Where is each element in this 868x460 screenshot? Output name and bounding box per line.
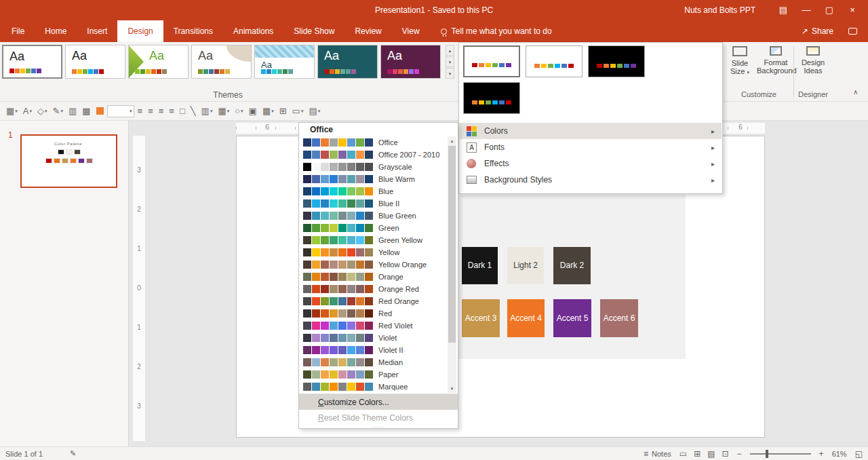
palette-option-orange[interactable]: Orange — [299, 271, 447, 283]
theme-thumbnail-3[interactable]: Aa — [128, 45, 189, 79]
tab-view[interactable]: View — [392, 20, 430, 42]
chart-edit-button[interactable]: ▥▾ — [199, 105, 215, 117]
palette-option-office-2007-2010[interactable]: Office 2007 - 2010 — [299, 149, 447, 161]
comments-icon[interactable] — [848, 28, 857, 35]
palette-option-yellow[interactable]: Yellow — [299, 246, 447, 258]
tab-review[interactable]: Review — [344, 20, 391, 42]
scroll-up-icon[interactable]: ▴ — [448, 136, 456, 145]
pen-button[interactable]: ✎▾ — [51, 105, 65, 117]
bullets-button[interactable]: ≡ — [157, 105, 166, 117]
swatch-accent-5[interactable]: Accent 5 — [553, 299, 591, 337]
theme-thumbnail-6[interactable]: Aa — [317, 45, 378, 79]
notes-toggle-button[interactable]: ≡ Notes — [644, 449, 671, 459]
ribbon-display-options-button[interactable]: ▤ — [772, 0, 795, 20]
palette-option-blue-green[interactable]: Blue Green — [299, 210, 447, 222]
tab-animations[interactable]: Animations — [223, 20, 283, 42]
palette-option-paper[interactable]: Paper — [299, 368, 447, 381]
format-background-button[interactable]: Format Background — [757, 45, 795, 75]
swatch-accent-6[interactable]: Accent 6 — [600, 299, 638, 337]
theme-thumbnail-7[interactable]: Aa — [380, 45, 441, 79]
rectangle-button[interactable]: □ — [178, 105, 187, 117]
flyout-scrollbar[interactable]: ▴ ▾ — [448, 136, 456, 393]
variant-thumbnail-4[interactable] — [463, 82, 520, 114]
swatch-accent-3[interactable]: Accent 3 — [462, 299, 500, 337]
swatch-dark-1[interactable]: Dark 1 — [462, 247, 498, 284]
zoom-percentage[interactable]: 61% — [832, 450, 847, 458]
palette-option-violet[interactable]: Violet — [299, 332, 447, 344]
variants-menu-item-fonts[interactable]: AFonts▸ — [460, 139, 722, 155]
variants-menu-item-effects[interactable]: Effects▸ — [460, 155, 722, 172]
normal-view-icon[interactable]: ▭ — [679, 449, 687, 459]
variant-thumbnail-3[interactable] — [588, 45, 645, 77]
table-button[interactable]: ▦▾ — [260, 105, 276, 117]
variant-thumbnail-1[interactable] — [463, 45, 520, 77]
palette-option-marquee[interactable]: Marquee — [299, 381, 447, 393]
zoom-in-button[interactable]: + — [819, 449, 824, 459]
slide-sorter-icon[interactable]: ⊞ — [694, 449, 701, 459]
swatch-accent-4[interactable]: Accent 4 — [507, 299, 545, 337]
variants-menu-item-colors[interactable]: Colors▸ — [460, 123, 722, 139]
palette-option-median[interactable]: Median — [299, 356, 447, 368]
palette-option-office[interactable]: Office — [299, 136, 447, 149]
theme-thumbnail-4[interactable]: Aa — [191, 45, 252, 79]
maximize-button[interactable]: ▢ — [818, 0, 841, 20]
columns-button[interactable]: ▤▾ — [307, 105, 322, 117]
table-style-button[interactable]: ▦▾ — [216, 105, 231, 117]
share-button[interactable]: ↗ Share — [802, 26, 833, 36]
scrollbar-thumb[interactable] — [448, 146, 456, 343]
palette-option-green-yellow[interactable]: Green Yellow — [299, 234, 447, 246]
theme-thumbnail-5[interactable]: Aa — [254, 45, 315, 79]
palette-option-red-orange[interactable]: Red Orange — [299, 295, 447, 307]
tell-me-box[interactable]: Tell me what you want to do — [441, 20, 552, 42]
palette-option-blue-warm[interactable]: Blue Warm — [299, 173, 447, 185]
gallery-more-button[interactable]: ▾ — [446, 68, 454, 79]
palette-option-orange-red[interactable]: Orange Red — [299, 283, 447, 295]
numbering-button[interactable]: ≡ — [167, 105, 176, 117]
tab-design[interactable]: Design — [117, 20, 163, 42]
theme-colors-button[interactable]: ▩ — [80, 105, 92, 117]
swatch-dark-2[interactable]: Dark 2 — [553, 247, 591, 284]
zoom-slider[interactable] — [750, 453, 811, 455]
theme-thumbnail-2[interactable]: Aa — [65, 45, 125, 79]
select-table-button[interactable]: ▣ — [247, 105, 259, 117]
swatch-light-2[interactable]: Light 2 — [507, 247, 544, 284]
design-ideas-button[interactable]: Design Ideas — [796, 45, 830, 75]
collapse-ribbon-button[interactable]: ∧ — [853, 88, 858, 96]
shape-fill-button[interactable]: ◇▾ — [35, 105, 50, 117]
style-combobox[interactable]: ▾ — [107, 105, 134, 117]
font-color-button[interactable]: A▾ — [21, 105, 34, 117]
palette-option-blue-ii[interactable]: Blue II — [299, 197, 447, 210]
palette-option-violet-ii[interactable]: Violet II — [299, 344, 447, 356]
tab-insert[interactable]: Insert — [77, 20, 117, 42]
gallery-up-button[interactable]: ▴ — [446, 45, 454, 56]
tab-transitions[interactable]: Transitions — [163, 20, 223, 42]
recent-color-swatch[interactable] — [96, 107, 104, 115]
minimize-button[interactable]: — — [795, 0, 818, 20]
fit-slide-button[interactable]: ◱ — [855, 449, 863, 459]
menu-resize-grip[interactable]: ···· — [299, 425, 458, 429]
notes-pen-icon[interactable]: ✎ — [70, 449, 76, 458]
tab-home[interactable]: Home — [35, 20, 77, 42]
gallery-down-button[interactable]: ▾ — [446, 56, 454, 67]
palette-option-yellow-orange[interactable]: Yellow Orange — [299, 258, 447, 271]
theme-thumbnail-1[interactable]: Aa — [2, 45, 62, 79]
zoom-out-button[interactable]: − — [737, 449, 742, 459]
variants-menu-item-background-styles[interactable]: Background Styles▸ — [460, 172, 722, 188]
reading-view-icon[interactable]: ▤ — [707, 449, 715, 459]
layout-button[interactable]: ▦▾ — [4, 105, 20, 117]
palette-option-blue[interactable]: Blue — [299, 185, 447, 197]
variant-thumbnail-2[interactable] — [526, 45, 583, 77]
slideshow-icon[interactable]: ⊡ — [722, 449, 729, 459]
palette-option-grayscale[interactable]: Grayscale — [299, 161, 447, 173]
line-button[interactable]: ╲ — [189, 105, 198, 117]
customize-colors-button[interactable]: Customize Colors... — [299, 394, 458, 410]
tab-file[interactable]: File — [1, 20, 35, 42]
oval-button[interactable]: ○▾ — [233, 105, 245, 117]
align-center-button[interactable]: ≡ — [146, 105, 155, 117]
chart-button[interactable]: ▥ — [66, 105, 79, 117]
merge-cells-button[interactable]: ⊞ — [277, 105, 289, 117]
scroll-down-icon[interactable]: ▾ — [448, 384, 456, 393]
slide-1-thumbnail[interactable]: Color Palette: — [20, 134, 117, 188]
tab-slide-show[interactable]: Slide Show — [283, 20, 344, 42]
picture-button[interactable]: ▭▾ — [290, 105, 306, 117]
